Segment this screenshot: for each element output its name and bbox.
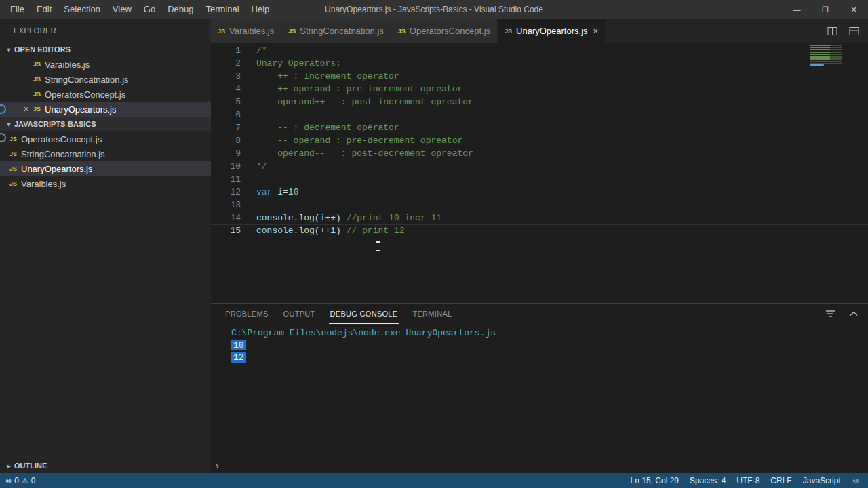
code-line[interactable]: 10*/: [211, 160, 868, 173]
tab-label: UnaryOpeartors.js: [516, 26, 587, 36]
tab-unaryopeartors-active[interactable]: JS UnaryOpeartors.js ×: [498, 19, 606, 43]
js-file-icon: JS: [33, 61, 45, 68]
encoding[interactable]: UTF-8: [736, 476, 760, 485]
tab-label: Varaibles.js: [229, 26, 274, 36]
split-editor-icon[interactable]: [825, 24, 840, 39]
debug-console-input[interactable]: ›: [211, 458, 868, 473]
status-left: ⊗ 0 ⚠ 0: [5, 476, 35, 485]
open-editors-section-header[interactable]: ▾ OPEN EDITORS: [0, 42, 211, 57]
file-name: OperatorsConcept.js: [45, 89, 125, 100]
code-line[interactable]: 14console.log(i++) //print 10 incr 11: [211, 211, 868, 224]
folder-section-header[interactable]: ▾ JAVASCRIPTS-BASICS: [0, 117, 211, 131]
js-file-icon: JS: [9, 136, 21, 142]
menu-go[interactable]: Go: [138, 0, 161, 19]
tab-problems[interactable]: PROBLEMS: [224, 304, 270, 324]
console-line[interactable]: 10: [231, 340, 868, 352]
file-name: UnaryOpeartors.js: [45, 104, 116, 115]
code-text: var i=10: [256, 186, 298, 199]
code-line[interactable]: 7 -- : decrement operator: [211, 121, 868, 134]
minimize-button[interactable]: —: [783, 0, 811, 19]
code-line[interactable]: 13: [211, 199, 868, 211]
status-bar: ⊗ 0 ⚠ 0 Ln 15, Col 29 Spaces: 4 UTF-8 CR…: [0, 473, 868, 488]
code-text: operand-- : post-decrement opreator: [256, 147, 473, 160]
mouse-cursor-ibeam: [375, 241, 381, 251]
line-number: 13: [211, 199, 241, 211]
menu-edit[interactable]: Edit: [31, 0, 58, 19]
outline-section-header[interactable]: ▸ OUTLINE: [0, 458, 211, 473]
code-line[interactable]: 8 -- operand : pre-decrement opreator: [211, 134, 868, 147]
close-icon[interactable]: ✕: [23, 105, 33, 114]
tab-terminal[interactable]: TERMINAL: [411, 304, 453, 324]
tab-operatorsconcept[interactable]: JS OperatorsConcept.js: [391, 19, 498, 43]
code-line[interactable]: 3 ++ : Increment operator: [211, 70, 868, 83]
cursor-position[interactable]: Ln 15, Col 29: [631, 476, 679, 485]
code-line[interactable]: 6: [211, 108, 868, 121]
indentation[interactable]: Spaces: 4: [690, 476, 726, 485]
open-editor-item-active[interactable]: ✕ JS UnaryOpeartors.js: [0, 102, 211, 117]
file-tree-item-selected[interactable]: JS UnaryOpeartors.js: [0, 161, 211, 176]
menu-debug[interactable]: Debug: [161, 0, 199, 19]
close-tab-icon[interactable]: ×: [593, 26, 599, 36]
file-name: Varaibles.js: [45, 60, 90, 70]
warning-count: 0: [31, 476, 36, 485]
code-text: operand++ : post-increment opreator: [256, 96, 473, 108]
tab-stringconcatnation[interactable]: JS StringConcatnation.js: [281, 19, 391, 43]
maximize-button[interactable]: ❐: [811, 0, 840, 19]
code-line[interactable]: 5 operand++ : post-increment opreator: [211, 96, 868, 108]
section-label: OPEN EDITORS: [14, 45, 71, 54]
console-line[interactable]: C:\Program Files\nodejs\node.exe UnaryOp…: [231, 327, 868, 340]
open-editor-item[interactable]: JS OperatorsConcept.js: [0, 87, 211, 102]
console-line[interactable]: 12: [231, 352, 868, 364]
code-line[interactable]: 11: [211, 173, 868, 186]
line-number: 9: [211, 147, 241, 160]
eol-sequence[interactable]: CRLF: [770, 476, 791, 485]
line-number: 12: [211, 186, 241, 199]
prompt-chevron-icon: ›: [216, 460, 219, 471]
file-tree-item[interactable]: JS Varaibles.js: [0, 176, 211, 191]
file-tree-item[interactable]: JS OperatorsConcept.js: [0, 131, 211, 146]
error-icon: ⊗: [5, 476, 12, 485]
editor-layout-icon[interactable]: [846, 24, 861, 39]
tab-label: OperatorsConcept.js: [410, 26, 490, 36]
language-mode[interactable]: JavaScript: [803, 476, 841, 485]
menu-selection[interactable]: Selection: [58, 0, 106, 19]
editor-group: JS Varaibles.js JS StringConcatnation.js…: [211, 19, 868, 473]
line-number: 8: [211, 134, 241, 147]
code-line[interactable]: 9 operand-- : post-decrement opreator: [211, 147, 868, 160]
feedback-smiley-icon[interactable]: ☺: [852, 476, 860, 485]
code-line[interactable]: 1/*: [211, 44, 868, 57]
filter-icon[interactable]: [823, 306, 838, 321]
tab-varaibles[interactable]: JS Varaibles.js: [211, 19, 281, 43]
code-line[interactable]: 15console.log(++i) // print 12: [211, 224, 868, 237]
code-editor[interactable]: 1/*2Unary Operators:3 ++ : Increment ope…: [211, 43, 868, 303]
js-file-icon: JS: [288, 28, 300, 35]
explorer-sidebar: EXPLORER ▾ OPEN EDITORS JS Varaibles.js …: [0, 19, 211, 473]
problems-status[interactable]: ⊗ 0 ⚠ 0: [5, 476, 35, 485]
file-tree-item[interactable]: JS StringConcatnation.js: [0, 146, 211, 161]
window-controls: — ❐ ✕: [783, 0, 868, 19]
close-window-button[interactable]: ✕: [840, 0, 868, 19]
line-number: 2: [211, 57, 241, 70]
twisty-open-icon: ▾: [3, 46, 14, 54]
editor-tab-bar: JS Varaibles.js JS StringConcatnation.js…: [211, 19, 868, 43]
editor-actions: [825, 19, 868, 43]
minimap[interactable]: [810, 45, 845, 68]
code-line[interactable]: 12var i=10: [211, 186, 868, 199]
js-file-icon: JS: [398, 28, 410, 35]
code-line[interactable]: 2Unary Operators:: [211, 57, 868, 70]
tab-output[interactable]: OUTPUT: [282, 304, 317, 324]
menu-help[interactable]: Help: [245, 0, 276, 19]
code-line[interactable]: 4 ++ operand : pre-increment opreator: [211, 83, 868, 96]
file-name: StringConcatnation.js: [21, 149, 105, 159]
menu-view[interactable]: View: [106, 0, 138, 19]
open-editor-item[interactable]: JS Varaibles.js: [0, 57, 211, 72]
tab-debug-console-active[interactable]: DEBUG CONSOLE: [329, 304, 399, 324]
open-editor-item[interactable]: JS StringConcatnation.js: [0, 72, 211, 87]
menu-file[interactable]: File: [4, 0, 31, 19]
debug-console-output[interactable]: C:\Program Files\nodejs\node.exe UnaryOp…: [211, 324, 868, 458]
menu-bar: File Edit Selection View Go Debug Termin…: [0, 0, 275, 19]
chevron-up-icon[interactable]: [846, 306, 861, 321]
menu-terminal[interactable]: Terminal: [199, 0, 245, 19]
folder-name: JAVASCRIPTS-BASICS: [14, 120, 96, 128]
warning-icon: ⚠: [22, 476, 28, 485]
